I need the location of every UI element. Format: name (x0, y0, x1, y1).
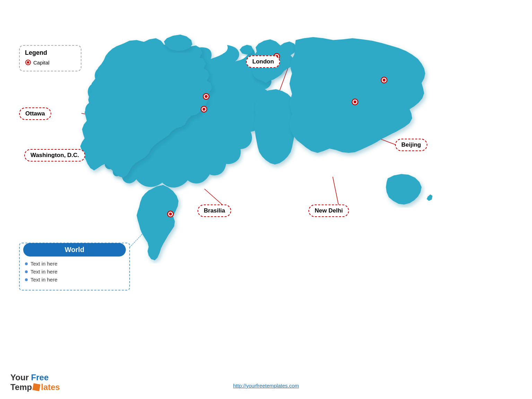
legend-capital-item: Capital (25, 59, 76, 66)
logo-area: Your Free Temp lates (10, 373, 60, 392)
list-item: Text in here (25, 277, 124, 283)
bullet-icon (25, 270, 28, 273)
label-brasilia: Brasilia (198, 205, 231, 217)
bullet-icon (25, 262, 28, 265)
svg-point-10 (202, 108, 205, 111)
label-ottawa: Ottawa (19, 107, 51, 120)
legend-title: Legend (25, 49, 76, 57)
svg-point-16 (354, 101, 356, 103)
list-item: Text in here (25, 269, 124, 275)
logo-your-text: Your (10, 373, 31, 382)
svg-point-18 (169, 212, 172, 215)
svg-point-14 (383, 79, 385, 81)
label-newdelhi: New Delhi (308, 205, 349, 217)
label-beijing: Beijing (395, 139, 427, 151)
world-list: Text in here Text in here Text in here (20, 261, 129, 283)
legend-capital-label: Capital (33, 60, 50, 66)
logo-your-free: Your Free (10, 373, 60, 382)
logo-flame-icon (33, 383, 41, 391)
list-item-text-2: Text in here (30, 269, 58, 275)
bullet-icon (25, 278, 28, 281)
logo-free-text: Free (31, 373, 49, 382)
label-london: London (246, 55, 280, 68)
list-item-text-1: Text in here (30, 261, 58, 267)
svg-point-8 (205, 95, 208, 98)
footer-url-link[interactable]: http://yourfreetemplates.com (233, 383, 299, 389)
world-info-box: World Text in here Text in here Text in … (19, 243, 130, 290)
list-item-text-3: Text in here (30, 277, 58, 283)
world-map (69, 28, 506, 270)
list-item: Text in here (25, 261, 124, 267)
world-title-text: World (65, 246, 84, 253)
logo-templates-row: Temp lates (10, 382, 60, 392)
logo-templ-text: Temp (10, 382, 32, 392)
logo-lates-text: lates (41, 382, 60, 392)
svg-point-20 (27, 61, 29, 64)
world-title-bar: World (23, 243, 126, 257)
capital-icon (25, 59, 31, 66)
label-washington: Washington, D.C. (24, 149, 85, 162)
legend-box: Legend Capital (19, 45, 81, 71)
